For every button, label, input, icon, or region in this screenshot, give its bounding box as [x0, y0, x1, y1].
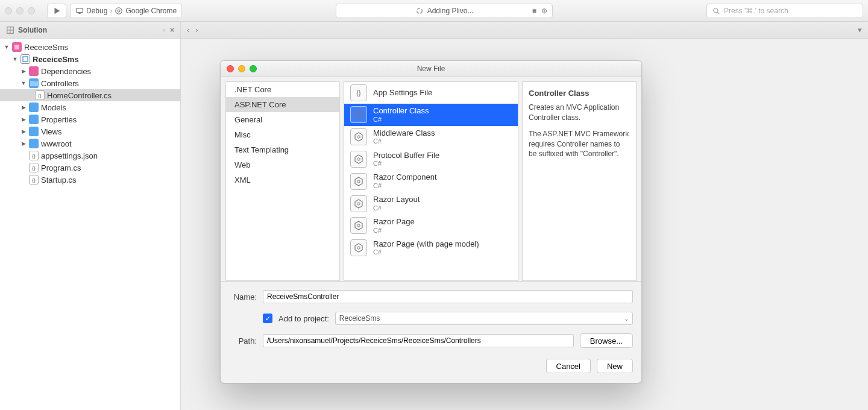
template-item[interactable]: Protocol Buffer FileC#	[344, 148, 518, 171]
template-subtitle: C#	[373, 248, 479, 256]
chevron-down-icon[interactable]: ▼	[20, 80, 27, 86]
tree-controllers-node[interactable]: ▼ Controllers	[0, 77, 180, 89]
template-icon	[350, 151, 367, 168]
chevron-right-icon[interactable]: ▶	[20, 140, 27, 147]
search-placeholder: Press '⌘.' to search	[724, 7, 788, 15]
category-list[interactable]: .NET CoreASP.NET CoreGeneralMiscText Tem…	[225, 81, 340, 281]
category-item[interactable]: Web	[226, 157, 339, 172]
category-item[interactable]: Misc	[226, 127, 339, 142]
tree-wwwroot-node[interactable]: ▶ wwwroot	[0, 137, 180, 150]
chevron-right-icon[interactable]: ▶	[20, 68, 27, 74]
solution-tree[interactable]: ▼ ReceiceSms ▼ ReceiceSms ▶ Dependencies…	[0, 39, 180, 410]
panel-dock-icon[interactable]: ▫	[163, 26, 165, 34]
node-label: Models	[41, 103, 66, 112]
node-label: Properties	[41, 115, 77, 124]
chevron-right-icon[interactable]: ▶	[20, 116, 27, 122]
chevron-down-icon[interactable]: ▼	[4, 44, 10, 50]
template-item[interactable]: Controller ClassC#	[344, 104, 518, 126]
minimize-icon[interactable]	[238, 65, 245, 72]
node-label: appsettings.json	[41, 151, 98, 160]
svg-point-20	[357, 224, 360, 227]
template-item[interactable]: Razor Page (with page model)C#	[344, 237, 518, 259]
path-label: Path:	[229, 336, 257, 345]
run-configuration[interactable]: Debug › Google Chrome	[70, 4, 182, 18]
cancel-button[interactable]: Cancel	[546, 359, 591, 373]
svg-marker-13	[355, 155, 362, 163]
search-icon	[712, 7, 720, 15]
chevron-down-icon[interactable]: ▼	[12, 56, 18, 62]
template-name: Controller Class	[373, 106, 429, 116]
template-subtitle: C#	[373, 116, 429, 124]
tree-startup-node[interactable]: {} Startup.cs	[0, 174, 180, 186]
svg-marker-21	[355, 244, 362, 252]
add-icon[interactable]: ⊕	[541, 7, 547, 15]
node-label: HomeController.cs	[47, 91, 112, 100]
tree-homecontroller-node[interactable]: {} HomeController.cs	[0, 89, 180, 101]
browse-button[interactable]: Browse...	[580, 333, 633, 348]
csharp-file-icon: {}	[29, 163, 39, 172]
svg-point-22	[357, 247, 360, 249]
tree-program-node[interactable]: {} Program.cs	[0, 162, 180, 174]
play-icon	[52, 7, 61, 15]
dependencies-icon	[29, 66, 39, 76]
node-label: Dependencies	[41, 67, 91, 76]
template-item[interactable]: Razor PageC#	[344, 215, 518, 237]
svg-rect-7	[23, 57, 28, 62]
new-button[interactable]: New	[597, 359, 633, 373]
category-item[interactable]: General	[226, 112, 339, 127]
tree-dependencies-node[interactable]: ▶ Dependencies	[0, 65, 180, 77]
nav-forward-icon[interactable]: ›	[195, 25, 198, 34]
project-select[interactable]: ReceiceSms ⌄	[335, 312, 633, 325]
tree-models-node[interactable]: ▶ Models	[0, 101, 180, 113]
split-menu-icon[interactable]: ▾	[858, 25, 862, 34]
name-label: Name:	[229, 292, 257, 301]
svg-point-10	[357, 113, 360, 116]
template-item[interactable]: Middleware ClassC#	[344, 126, 518, 148]
chevron-updown-icon: ⌄	[624, 315, 629, 322]
template-item[interactable]: Razor ComponentC#	[344, 170, 518, 192]
global-search[interactable]: Press '⌘.' to search	[706, 4, 863, 18]
category-item[interactable]: .NET Core	[226, 82, 339, 97]
tree-views-node[interactable]: ▶ Views	[0, 125, 180, 137]
modal-traffic-lights[interactable]	[227, 65, 257, 72]
template-subtitle: C#	[373, 182, 437, 190]
csharp-file-icon: {}	[29, 175, 39, 184]
template-name: Razor Page	[373, 217, 415, 227]
category-item[interactable]: ASP.NET Core	[226, 97, 339, 112]
zoom-icon[interactable]	[250, 65, 257, 72]
nav-back-icon[interactable]: ‹	[187, 25, 189, 34]
svg-point-12	[357, 136, 360, 138]
svg-marker-11	[355, 133, 362, 141]
config-label: Debug	[86, 7, 107, 15]
tree-appsettings-node[interactable]: {} appsettings.json	[0, 150, 180, 162]
tree-properties-node[interactable]: ▶ Properties	[0, 113, 180, 125]
chevron-right-icon[interactable]: ▶	[20, 128, 27, 134]
name-field[interactable]	[263, 290, 633, 303]
tree-solution-node[interactable]: ▼ ReceiceSms	[0, 41, 180, 53]
project-icon	[20, 54, 30, 64]
new-file-modal: New File .NET CoreASP.NET CoreGeneralMis…	[220, 60, 642, 383]
template-item[interactable]: {}App Settings File	[344, 82, 518, 104]
template-list[interactable]: {}App Settings FileController ClassC#Mid…	[344, 81, 518, 281]
svg-text:{}: {}	[356, 89, 361, 96]
category-item[interactable]: XML	[226, 172, 339, 188]
spinner-icon	[415, 7, 424, 15]
stop-icon[interactable]: ■	[532, 7, 536, 15]
template-item[interactable]: Razor LayoutC#	[344, 192, 518, 215]
close-icon[interactable]	[227, 65, 234, 72]
svg-point-3	[417, 8, 422, 13]
add-to-project-checkbox[interactable]: ✓	[263, 314, 272, 323]
panel-close-icon[interactable]: ×	[170, 26, 174, 34]
template-name: App Settings File	[373, 88, 432, 98]
chevron-right-icon[interactable]: ▶	[20, 104, 27, 110]
top-toolbar: Debug › Google Chrome Adding Plivo... ■ …	[0, 0, 868, 22]
run-button[interactable]	[47, 4, 66, 18]
tree-project-node[interactable]: ▼ ReceiceSms	[0, 53, 180, 65]
folder-icon	[29, 127, 39, 136]
template-subtitle: C#	[373, 137, 435, 145]
folder-icon	[29, 78, 39, 88]
node-label: ReceiceSms	[33, 55, 79, 64]
svg-rect-0	[77, 8, 83, 12]
category-item[interactable]: Text Templating	[226, 142, 339, 157]
path-field[interactable]	[263, 334, 574, 347]
